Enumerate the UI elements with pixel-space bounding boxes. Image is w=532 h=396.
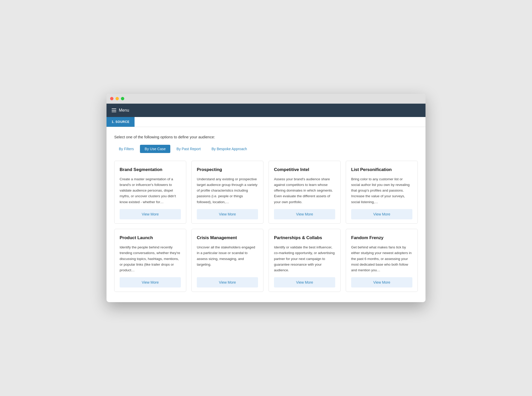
card-brand-segmentation: Brand Segmentation Create a master segme… <box>114 161 186 224</box>
main-content: Select one of the following options to d… <box>107 127 425 302</box>
card-title: Fandom Frenzy <box>351 235 412 240</box>
card-prospecting: Prospecting Understand any existing or p… <box>191 161 263 224</box>
cards-grid: Brand Segmentation Create a master segme… <box>114 161 418 292</box>
tab-by-past-report[interactable]: By Past Report <box>172 145 205 153</box>
titlebar <box>107 94 425 104</box>
card-title: Crisis Management <box>197 235 258 240</box>
card-desc: Create a master segmentation of a brand'… <box>120 176 181 205</box>
card-title: Brand Segmentation <box>120 167 181 172</box>
view-more-button-prospecting[interactable]: View More <box>197 209 258 219</box>
card-desc: Assess your brand's audience share again… <box>274 176 335 205</box>
view-more-button-list-personification[interactable]: View More <box>351 209 412 219</box>
instruction-text: Select one of the following options to d… <box>114 135 418 139</box>
card-desc: Uncover all the stakeholders engaged in … <box>197 245 258 273</box>
maximize-dot[interactable] <box>121 97 124 100</box>
card-desc: Understand any existing or prospective t… <box>197 176 258 205</box>
filter-tabs: By Filters By Use Case By Past Report By… <box>114 145 418 153</box>
card-title: Competitive Intel <box>274 167 335 172</box>
card-list-personification: List Personification Bring color to any … <box>346 161 418 224</box>
card-desc: Get behind what makes fans tick by eithe… <box>351 245 412 273</box>
view-more-button-product-launch[interactable]: View More <box>120 277 181 287</box>
card-competitive-intel: Competitive Intel Assess your brand's au… <box>269 161 341 224</box>
view-more-button-fandom-frenzy[interactable]: View More <box>351 277 412 287</box>
card-product-launch: Product Launch Identify the people behin… <box>114 229 186 292</box>
view-more-button-partnerships-collabs[interactable]: View More <box>274 277 335 287</box>
view-more-button-competitive-intel[interactable]: View More <box>274 209 335 219</box>
menu-button[interactable]: Menu <box>112 108 129 113</box>
tab-by-filters[interactable]: By Filters <box>114 145 138 153</box>
card-title: Prospecting <box>197 167 258 172</box>
card-crisis-management: Crisis Management Uncover all the stakeh… <box>191 229 263 292</box>
card-partnerships-collabs: Partnerships & Collabs Identify or valid… <box>269 229 341 292</box>
minimize-dot[interactable] <box>116 97 119 100</box>
view-more-button-brand-segmentation[interactable]: View More <box>120 209 181 219</box>
tab-by-bespoke[interactable]: By Bespoke Approach <box>207 145 252 153</box>
card-desc: Identify the people behind recently tren… <box>120 245 181 273</box>
close-dot[interactable] <box>110 97 113 100</box>
card-fandom-frenzy: Fandom Frenzy Get behind what makes fans… <box>346 229 418 292</box>
view-more-button-crisis-management[interactable]: View More <box>197 277 258 287</box>
card-title: Product Launch <box>120 235 181 240</box>
card-title: Partnerships & Collabs <box>274 235 335 240</box>
card-title: List Personification <box>351 167 412 172</box>
navbar: Menu <box>107 104 425 117</box>
menu-label: Menu <box>119 108 129 113</box>
app-window: Menu 1. SOURCE Select one of the followi… <box>107 94 425 302</box>
card-desc: Bring color to any customer list or soci… <box>351 176 412 205</box>
tab-by-use-case[interactable]: By Use Case <box>140 145 170 153</box>
step-tab-source[interactable]: 1. SOURCE <box>107 117 135 127</box>
card-desc: Identify or validate the best influencer… <box>274 245 335 273</box>
hamburger-icon <box>112 109 116 112</box>
step-tabs-bar: 1. SOURCE <box>107 117 425 127</box>
